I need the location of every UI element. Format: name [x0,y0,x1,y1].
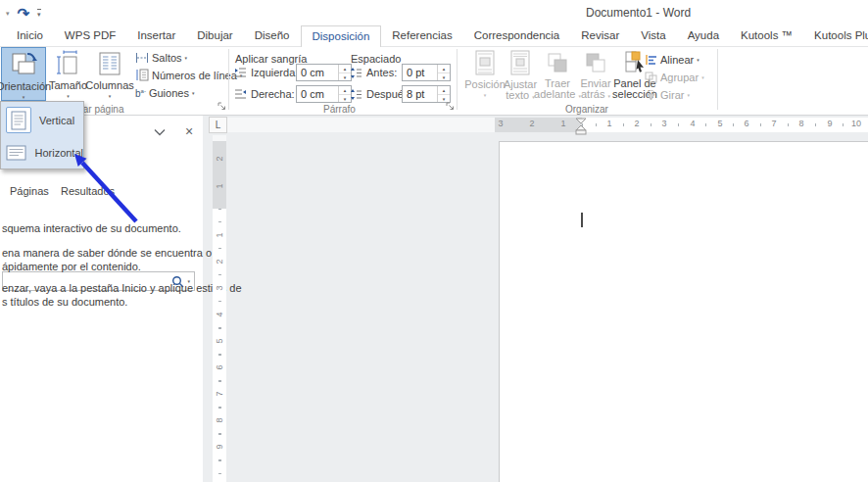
tab-kutools[interactable]: Kutools ™ [730,25,803,46]
ruler-margin-segment: 2 1 [213,141,226,209]
indent-right-row: Derecha: [234,86,295,102]
ribbon: Orientación ▾ Tamaño ▾ [0,47,868,116]
ruler-number: 4 [214,309,225,320]
ruler-number: 6 [741,119,752,128]
line-numbers-button[interactable]: Números de línea ▾ [135,68,242,82]
tab-ayuda[interactable]: Ayuda [677,25,730,46]
ribbon-tab-row: Inicio WPS PDF Insertar Dibujar Diseño D… [0,25,868,47]
page-setup-dialog-launcher-icon[interactable] [217,102,227,112]
paragraph-dialog-launcher-icon[interactable] [446,102,456,112]
space-after-value[interactable]: 8 pt [403,86,437,102]
indent-left-label: Izquierda: [251,67,298,78]
hyphenation-button[interactable]: ba- Guiones ▾ [135,85,194,100]
space-after-icon [350,88,362,101]
position-label: Posición [464,79,506,90]
qat-customize-icon[interactable]: ▾ [37,9,41,19]
tab-kutools-plus[interactable]: Kutools Plus [803,25,868,46]
wrap-text-button[interactable]: Ajustartexto ▾ [503,47,538,101]
align-button[interactable]: Alinear ▾ [645,52,699,67]
chevron-down-icon: ▾ [109,94,112,99]
ruler-number: 3 [214,282,225,294]
chevron-down-icon: ▾ [697,58,699,63]
space-before-label: Antes: [366,67,397,78]
orientation-horizontal-label: Horizontal [34,147,83,159]
tab-insertar[interactable]: Insertar [126,25,186,46]
tab-inicio[interactable]: Inicio [6,25,54,46]
group-divider [457,49,458,110]
rotate-button[interactable]: Girar ▾ [645,87,690,102]
group-divider [717,49,718,110]
space-before-spinner[interactable]: ▴ ▾ [437,65,450,80]
hyphenation-label: Guiones [149,87,189,99]
ruler-number: 2 [526,119,538,128]
ruler-number: 7 [768,119,780,128]
quick-access-toolbar: ▾ ↷ ▾ [0,4,41,24]
columns-button[interactable]: Columnas ▾ [88,47,131,101]
word-window: ▾ ↷ ▾ Documento1 - Word Inicio WPS PDF I… [0,0,868,482]
space-before-input[interactable]: 0 pt ▴ ▾ [402,64,451,81]
page-size-label: Tamaño [49,80,87,91]
nav-collapse-icon[interactable] [153,128,167,136]
ruler-number: 1 [557,119,569,128]
ruler-page-segment: 1 2 3 4 5 6 7 8 9 [213,209,226,482]
spacing-header: Espaciado [351,53,401,65]
tab-referencias[interactable]: Referencias [381,25,462,46]
redo-icon[interactable]: ↷ [18,7,30,21]
indent-left-value[interactable]: 0 cm [297,65,338,80]
spin-down-icon[interactable]: ▾ [438,72,450,81]
indent-right-label: Derecha: [251,88,295,100]
nav-tab-paginas[interactable]: Páginas [10,185,49,197]
group-button[interactable]: Agrupar ▾ [645,70,704,84]
tab-dibujar[interactable]: Dibujar [186,25,243,46]
nav-tab-resultados[interactable]: Resultados [61,185,115,197]
indent-left-input[interactable]: 0 cm ▴ ▾ [296,64,352,81]
ruler-number: 9 [824,119,836,128]
columns-label: Columnas [85,80,134,91]
space-before-row: Antes: [350,65,397,80]
tab-selector[interactable]: L [209,117,227,133]
bring-forward-button[interactable]: Traeradelante ▾ [538,47,577,101]
qat-overflow-icon[interactable]: ▾ [6,10,10,18]
document-page[interactable] [499,141,868,482]
space-after-spinner[interactable]: ▴ ▾ [437,86,450,102]
tab-disposicion[interactable]: Disposición [301,25,382,47]
wrap-text-label: Ajustartexto ▾ [504,79,537,101]
rotate-icon [645,89,657,101]
indent-right-input[interactable]: 0 cm ▴ ▾ [296,85,352,103]
spin-up-icon[interactable]: ▴ [438,65,450,72]
ruler-number: 5 [214,335,225,347]
send-backward-button[interactable]: Enviaratrás ▾ [577,47,614,101]
spin-up-icon[interactable]: ▴ [438,86,450,94]
page-size-button[interactable]: Tamaño ▾ [49,47,87,101]
breaks-button[interactable]: Saltos ▾ [135,50,187,65]
ruler-number: 3 [658,119,670,128]
space-before-icon [350,67,362,79]
space-before-value[interactable]: 0 pt [403,65,437,80]
orientation-menu-item-vertical[interactable]: Vertical [1,104,83,136]
orientation-button[interactable]: Orientación ▾ [1,47,46,101]
orientation-menu-item-horizontal[interactable]: Horizontal [1,136,83,169]
ruler-page-segment: 1 2 3 4 5 6 7 8 9 10 [582,118,868,132]
ruler-number: 2 [214,256,225,267]
tab-correspondencia[interactable]: Correspondencia [463,25,571,46]
tab-wps-pdf[interactable]: WPS PDF [54,25,126,46]
ruler-margin-segment: 3 2 1 [495,118,582,132]
tab-revisar[interactable]: Revisar [570,25,630,46]
navigation-pane: × ▾ Páginas Resultados squema interactiv… [0,116,203,482]
indent-right-value[interactable]: 0 cm [297,86,338,102]
nav-close-icon[interactable]: × [185,123,193,139]
bring-forward-icon [546,50,569,75]
space-after-input[interactable]: 8 pt ▴ ▾ [402,85,451,103]
indent-markers[interactable] [575,118,587,136]
group-divider [228,49,229,110]
nav-body-text: s títulos de su documento. [2,296,127,308]
chevron-down-icon: ▾ [23,95,25,100]
tab-vista[interactable]: Vista [630,25,676,46]
orientation-icon [9,51,38,78]
chevron-down-icon: ▾ [192,91,195,96]
position-button[interactable]: Posición ▾ [467,47,503,101]
position-icon [474,50,496,76]
tab-diseno[interactable]: Diseño [244,25,301,46]
indent-left-row: Izquierda: [234,65,298,80]
ruler-number: 8 [796,119,807,128]
